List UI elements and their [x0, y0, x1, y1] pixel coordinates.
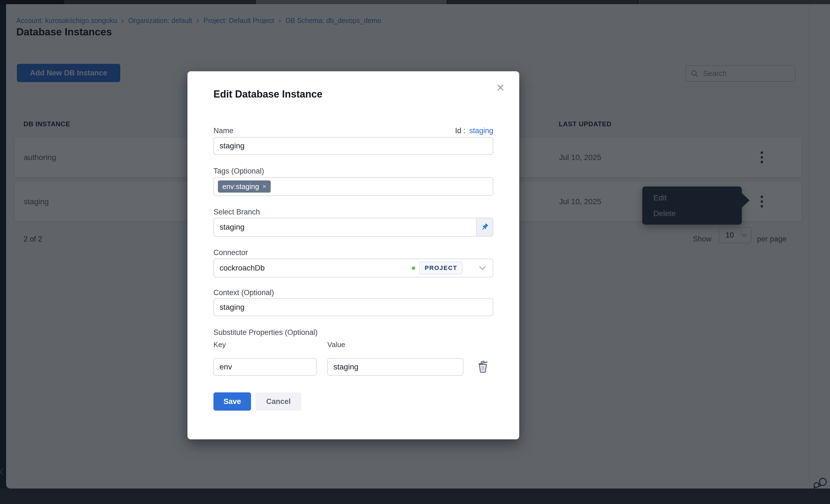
cancel-button[interactable]: Cancel	[255, 392, 301, 411]
substitute-key-field[interactable]	[214, 358, 317, 376]
context-label: Context (Optional)	[214, 289, 274, 297]
name-label: Name	[214, 127, 233, 135]
connector-scope-badge: PROJECT	[419, 262, 463, 274]
connector-status-dot	[412, 266, 415, 270]
remove-tag-icon[interactable]: ×	[262, 182, 266, 190]
substitute-properties-label: Substitute Properties (Optional)	[214, 328, 318, 337]
connector-value: cockroachDb	[220, 264, 412, 272]
tags-label: Tags (Optional)	[214, 167, 264, 175]
chevron-down-icon[interactable]	[479, 266, 486, 270]
select-branch-field[interactable]: staging	[214, 218, 493, 237]
tab-strip-segment	[638, 0, 830, 4]
pin-branch-button[interactable]	[476, 218, 493, 236]
tab-strip-segment	[64, 0, 255, 4]
key-label: Key	[214, 340, 226, 349]
instance-id-line: Id : staging	[455, 127, 493, 135]
close-icon[interactable]: ✕	[494, 81, 507, 95]
name-field[interactable]	[214, 137, 493, 155]
substitute-value-field[interactable]	[327, 358, 464, 376]
save-button[interactable]: Save	[214, 392, 251, 411]
connector-field[interactable]: cockroachDb PROJECT	[214, 259, 493, 277]
edit-database-instance-modal: ✕ Edit Database Instance Name Id : stagi…	[187, 71, 519, 439]
pushpin-icon	[480, 223, 489, 232]
tags-field[interactable]: env:staging ×	[214, 177, 493, 196]
tag-chip-label: env:staging	[222, 182, 259, 191]
browser-tab-strip	[0, 0, 830, 4]
tab-strip-segment	[447, 0, 638, 4]
tab-strip-segment-active	[255, 0, 447, 4]
id-value-link[interactable]: staging	[469, 127, 493, 135]
tag-chip: env:staging ×	[218, 180, 271, 193]
trash-icon	[476, 360, 490, 374]
id-label: Id :	[455, 127, 466, 135]
screen: ‹ Account: kurosakiichigo.songoku › Orga…	[0, 0, 830, 504]
app-viewport: ‹ Account: kurosakiichigo.songoku › Orga…	[0, 4, 830, 504]
modal-title: Edit Database Instance	[214, 89, 322, 100]
tab-strip-segment	[0, 0, 64, 4]
connector-label: Connector	[214, 248, 248, 257]
delete-property-button[interactable]	[475, 359, 490, 375]
select-branch-label: Select Branch	[214, 208, 260, 216]
value-label: Value	[327, 340, 345, 349]
branch-value: staging	[214, 223, 476, 232]
context-field[interactable]	[214, 298, 493, 316]
